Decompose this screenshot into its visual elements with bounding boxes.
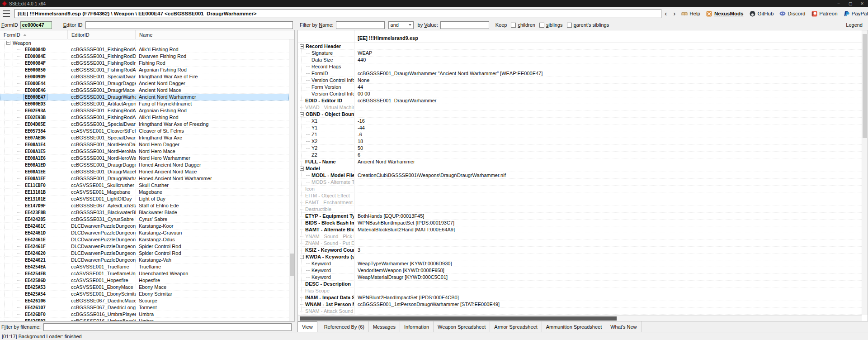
filter-operator-select[interactable]: and bbox=[388, 21, 414, 29]
detail-row[interactable]: Z26 bbox=[298, 152, 862, 158]
filter-by-filename-input[interactable] bbox=[43, 323, 292, 331]
tree-row[interactable]: EE08A1EFccBGSSSE001_DraugrWarhamme...Hon… bbox=[0, 175, 289, 182]
help-link[interactable]: Help bbox=[681, 11, 700, 17]
detail-row[interactable]: X218 bbox=[298, 138, 862, 145]
detail-row[interactable]: DESC - Description bbox=[298, 281, 862, 287]
detail-row[interactable]: ETYP - Equipment TypeBothHands [EQUP:000… bbox=[298, 213, 862, 220]
tree-row[interactable]: EE42461EDLCDwarvenPuzzleDungeon_Sta...Ka… bbox=[0, 236, 289, 243]
tab-referenced-by-6-[interactable]: Referenced By (6) bbox=[320, 321, 369, 332]
tree-root-row[interactable]: Weapon bbox=[0, 39, 289, 46]
detail-row[interactable]: MODL - Model FilenameCreationClub\BGSSSE… bbox=[298, 172, 862, 179]
scrollbar-thumb[interactable] bbox=[290, 254, 294, 276]
keep-siblings-checkbox[interactable]: siblings bbox=[539, 22, 563, 28]
tree-row[interactable]: EE11CBF0ccASVSSE001_SkullcrusherSkull Cr… bbox=[0, 182, 289, 189]
tab-ammunition-spreadsheet[interactable]: Ammunition Spreadsheet bbox=[542, 321, 607, 332]
detail-row[interactable]: FULL - NameAncient Nord Warhammer bbox=[298, 158, 862, 165]
detail-row[interactable]: EDID - Editor IDccBGSSSE001_DraugrWarham… bbox=[298, 97, 862, 104]
tree-row[interactable]: EE07AED6ccBGSSSE001_SpecialDwarvenAx...I… bbox=[0, 134, 289, 141]
tab-weapon-spreadsheet[interactable]: Weapon Spreadsheet bbox=[434, 321, 490, 332]
detail-row[interactable]: BAMT - Alternate Block Mate...MaterialBl… bbox=[298, 226, 862, 233]
paypal-link[interactable]: PayPal bbox=[844, 11, 868, 17]
editorid-input[interactable] bbox=[85, 21, 293, 29]
formid-input[interactable] bbox=[20, 21, 52, 29]
tree-row[interactable]: EE000E44ccBGSSSE001_DraugrDaggerAncient … bbox=[0, 80, 289, 87]
tree-row[interactable]: EE42461FDLCDwarvenPuzzleDungeonCon...Spi… bbox=[0, 243, 289, 250]
detail-row[interactable]: Version Control Info 1None bbox=[298, 77, 862, 84]
detail-row[interactable]: VMAD - Virtual Machine Ada... bbox=[298, 104, 862, 111]
close-button[interactable]: ✕ bbox=[856, 0, 868, 7]
tree-row[interactable]: EE000E46ccBGSSSE001_DraugrMaceAncient No… bbox=[0, 87, 289, 94]
keep-parents-siblings-checkbox[interactable]: parent's siblings bbox=[567, 22, 609, 28]
detail-vertical-scrollbar[interactable] bbox=[862, 30, 868, 315]
nexusmods-link[interactable]: NexusMods bbox=[706, 11, 744, 17]
forward-button[interactable]: › bbox=[670, 9, 679, 18]
detail-row[interactable]: Data Size440 bbox=[298, 57, 862, 63]
tree-row[interactable]: EE424621DLCDwarvenPuzzleDungeon_Sta...Ka… bbox=[0, 257, 289, 263]
tree-row[interactable]: EE42461CDLCDwarvenPuzzleDungeon_Sta...Ka… bbox=[0, 223, 289, 230]
detail-row[interactable]: OBND - Object Bounds bbox=[298, 111, 862, 118]
legend-button[interactable]: Legend bbox=[846, 22, 863, 28]
detail-row[interactable]: BIDS - Block Bash Impact Dat...WPNBashBl… bbox=[298, 220, 862, 226]
tree-row[interactable]: EE08A1EDccBGSSSE001_DraugrDaggerHon...Ho… bbox=[0, 162, 289, 168]
minimize-button[interactable]: – bbox=[833, 0, 844, 7]
tab-information[interactable]: Information bbox=[400, 321, 434, 332]
tree-row[interactable]: EE424285ccBGSSSE031_CyrusSabreCyrus' Sab… bbox=[0, 216, 289, 223]
tree-row[interactable]: EE000ED3ccBGSSSE001_ArtifactArgonianD...… bbox=[0, 101, 289, 107]
detail-row[interactable]: WNAM - 1st Person Model O...ccBGSSSE001_… bbox=[298, 301, 862, 308]
tree-row[interactable]: EE426107ccBGSSSE067_DaedricLongswor...To… bbox=[0, 304, 289, 311]
detail-row[interactable]: Model bbox=[298, 165, 862, 172]
detail-horizontal-scrollbar[interactable] bbox=[298, 315, 862, 321]
collapse-icon[interactable] bbox=[300, 44, 304, 48]
tree-row[interactable]: EE4254EBccASVSSE001_TrueflameUnench...Un… bbox=[0, 270, 289, 277]
column-header-editorid[interactable]: EditorID bbox=[68, 30, 136, 39]
detail-row[interactable]: Form Version44 bbox=[298, 84, 862, 91]
tab-what-s-new[interactable]: What's New bbox=[606, 321, 641, 332]
tab-armor-spreadsheet[interactable]: Armor Spreadsheet bbox=[490, 321, 542, 332]
detail-row[interactable]: KeywordWeapMaterialDraugr [KYWD:000C5C01… bbox=[298, 274, 862, 281]
tree-row[interactable]: EE02E93AccBGSSSE001_FishingRodArgoni...A… bbox=[0, 107, 289, 114]
detail-row[interactable]: Destructible bbox=[298, 206, 862, 213]
tree-row[interactable]: EE08A1E5ccBGSSSE001_NordHeroMaceNord Her… bbox=[0, 148, 289, 155]
detail-row[interactable]: ZNAM - Sound - Put Down bbox=[298, 240, 862, 247]
tree-row[interactable]: EE0009D9ccBGSSSE001_SpecialDwarvenAx...I… bbox=[0, 73, 289, 80]
keep-children-checkbox[interactable]: children bbox=[511, 22, 535, 28]
detail-row[interactable]: KeywordVendorItemWeapon [KYWD:0008F958] bbox=[298, 267, 862, 274]
collapse-icon[interactable] bbox=[300, 255, 304, 259]
detail-row[interactable]: SNAM - Attack Sound bbox=[298, 308, 862, 315]
tree-vertical-scrollbar[interactable] bbox=[289, 39, 294, 321]
detail-row[interactable]: YNAM - Sound - Pick Up bbox=[298, 233, 862, 240]
tree-row[interactable]: EE425A54ccASVSSE001_EbonyScimitarEbony S… bbox=[0, 291, 289, 297]
tree-row[interactable]: EE04D05EccBGSSSE001_SpecialDwarvenAx...I… bbox=[0, 121, 289, 128]
collapse-icon[interactable] bbox=[300, 112, 304, 116]
detail-row[interactable]: SignatureWEAP bbox=[298, 50, 862, 57]
detail-row[interactable]: Has Scope bbox=[298, 287, 862, 294]
detail-plugin-header[interactable]: [EE] !!!Himmelsrand9.esp bbox=[298, 30, 862, 43]
maximize-button[interactable]: ▢ bbox=[844, 0, 856, 7]
tree-row[interactable]: EE42461DDLCDwarvenPuzzleDungeon_Sta...Ka… bbox=[0, 230, 289, 236]
column-header-formid[interactable]: FormID bbox=[0, 30, 68, 39]
back-button[interactable]: ‹ bbox=[661, 9, 670, 18]
detail-row[interactable]: Icon bbox=[298, 186, 862, 192]
tree-row[interactable]: EE424620DLCDwarvenPuzzleDungeonCon...Spi… bbox=[0, 250, 289, 257]
tree-row[interactable]: EE13101EccASVSSE001_LightOfDayLight of D… bbox=[0, 196, 289, 202]
detail-row[interactable]: EITM - Object Effect bbox=[298, 192, 862, 199]
detail-row[interactable]: MODS - Alternate Textures bbox=[298, 179, 862, 186]
tree-row[interactable]: EE00084EccBGSSSE001_FishingRodDwarve...D… bbox=[0, 53, 289, 60]
tree-row[interactable]: EE425A53ccASVSSE001_EbonyMaceEbony Mace bbox=[0, 284, 289, 291]
scrollbar-thumb[interactable] bbox=[863, 34, 867, 138]
detail-row[interactable]: Record Header bbox=[298, 43, 862, 50]
tree-row[interactable]: EE13101BccASVSSE001_MagebaneMagebane bbox=[0, 189, 289, 196]
detail-row[interactable]: INAM - Impact Data SetWPNBlunt2HandImpac… bbox=[298, 294, 862, 301]
tree-row[interactable]: EE000850ccBGSSSE001_FishingRodArgoni...A… bbox=[0, 67, 289, 73]
tree-row[interactable]: EE426DF0ccBGSSSE016_UmbraPlayerUmbra bbox=[0, 311, 289, 318]
filter-by-value-input[interactable] bbox=[440, 21, 489, 29]
tree-row[interactable]: EE4254EAccASVSSE001_TrueflameTrueflame bbox=[0, 263, 289, 270]
tree-row[interactable]: EE00084DccBGSSSE001_FishingRodAlikriW...… bbox=[0, 46, 289, 53]
tree-row-selected[interactable]: EE000E47ccBGSSSE001_DraugrWarhammerAncie… bbox=[0, 94, 289, 101]
tree-row[interactable]: EE02E93BccBGSSSE001_FishingRodAlikriW...… bbox=[0, 114, 289, 121]
collapse-icon[interactable] bbox=[6, 41, 10, 45]
detail-row[interactable]: EAMT - Enchantment Amount bbox=[298, 199, 862, 206]
tree-row[interactable]: EE08A1E6ccBGSSSE001_NordHeroWarham...Nor… bbox=[0, 155, 289, 162]
tree-row[interactable]: EE426106ccBGSSSE067_DaedricMaceScou...Sc… bbox=[0, 297, 289, 304]
tree-row[interactable]: EE42586DccASVSSE001_HopesfireHopesfire bbox=[0, 277, 289, 284]
